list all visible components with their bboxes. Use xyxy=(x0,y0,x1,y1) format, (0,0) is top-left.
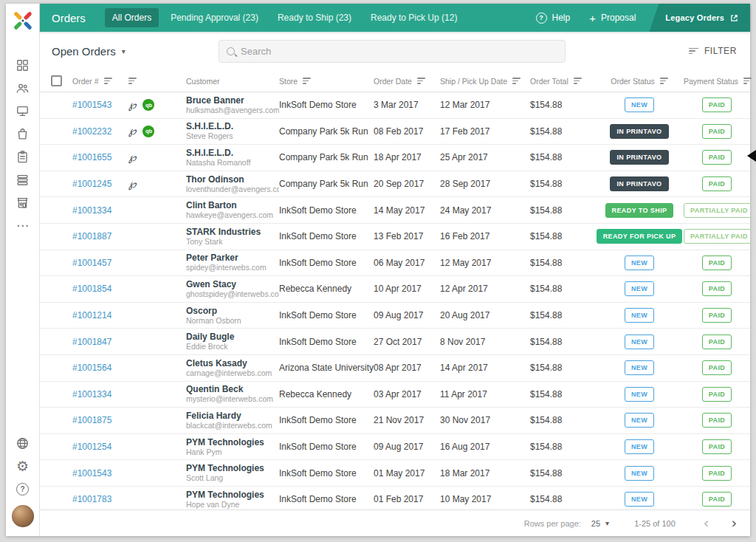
gear-glyph: ⚙ xyxy=(16,459,29,473)
user-avatar[interactable] xyxy=(12,505,34,527)
more-icon[interactable]: ⋯ xyxy=(6,214,40,237)
table-row[interactable]: #1001543 ℘ qb Bruce Banner hulksmash@ave… xyxy=(40,92,750,119)
table-row[interactable]: #1001334 ℘ qb Quentin Beck mysterio@inte… xyxy=(40,382,750,408)
tab-ready-to-pick-up[interactable]: Ready to Pick Up (12) xyxy=(363,8,464,27)
order-number-link[interactable]: #1001334 xyxy=(72,205,128,216)
table-row[interactable]: #1001847 ℘ qb Daily Bugle Eddie Brock In… xyxy=(40,329,750,355)
legacy-orders-button[interactable]: Legacy Orders xyxy=(649,4,750,32)
payment-status-badge: PAID xyxy=(702,124,732,139)
app-logo[interactable] xyxy=(6,4,39,38)
col-order-date[interactable]: Order Date xyxy=(374,77,440,86)
table-row[interactable]: #1001655 ℘ qb S.H.I.E.L.D. Natasha Roman… xyxy=(40,145,750,171)
view-selector-dropdown[interactable]: Open Orders ▾ xyxy=(52,45,219,58)
table-row[interactable]: #1001854 ℘ qb Gwen Stacy ghostspidey@int… xyxy=(40,276,750,303)
payment-status-badge: PAID xyxy=(702,360,732,375)
order-number-link[interactable]: #1001847 xyxy=(72,337,128,347)
chevron-down-icon: ▾ xyxy=(122,47,126,55)
table-row[interactable]: #1001214 ℘ qb Oscorp Norman Osborn InkSo… xyxy=(40,303,750,329)
store-cell: InkSoft Demo Store xyxy=(279,310,374,320)
help-icon[interactable]: ? xyxy=(6,478,40,501)
tasks-clipboard-icon[interactable] xyxy=(6,145,40,168)
new-proposal-button[interactable]: + Proposal xyxy=(589,13,636,24)
customer-cell: Thor Odinson loventhunder@avengers.com xyxy=(186,174,279,194)
paypal-icon: ℘ xyxy=(128,179,136,190)
shop-bag-icon[interactable] xyxy=(6,123,40,145)
store-cell: Rebecca Kennedy xyxy=(279,389,374,399)
customer-cell: PYM Technologies Hank Pym xyxy=(186,437,279,457)
customer-name: STARK Industries xyxy=(186,227,279,237)
table-row[interactable]: #1001887 ℘ qb STARK Industries Tony Star… xyxy=(40,224,750,250)
customer-subtext: carnage@interwebs.com xyxy=(186,368,279,378)
table-row[interactable]: #1001254 ℘ qb PYM Technologies Hank Pym … xyxy=(40,434,750,461)
col-order-total[interactable]: Order Total xyxy=(530,77,595,86)
integration-icons: ℘ qb xyxy=(128,362,186,374)
order-number-link[interactable]: #1001564 xyxy=(72,363,128,373)
customer-cell: Oscorp Norman Osborn xyxy=(186,306,279,326)
search-bar[interactable] xyxy=(219,40,566,63)
storefront-icon[interactable] xyxy=(6,191,40,214)
filter-button[interactable]: FILTER xyxy=(689,46,737,56)
globe-icon[interactable] xyxy=(6,432,40,455)
queue-icon[interactable] xyxy=(6,168,40,191)
col-order-number[interactable]: Order # xyxy=(72,77,128,86)
order-status-badge: NEW xyxy=(625,439,654,454)
col-ship-date[interactable]: Ship / Pick Up Date xyxy=(440,77,530,86)
help-button[interactable]: ? Help xyxy=(536,13,571,24)
dashboard-icon[interactable] xyxy=(6,54,40,77)
order-number-link[interactable]: #1001214 xyxy=(72,310,128,320)
order-number-link[interactable]: #1001334 xyxy=(72,389,128,399)
col-payment-status[interactable]: Payment Status xyxy=(684,77,756,86)
paypal-icon: ℘ xyxy=(128,152,136,163)
order-number-link[interactable]: #1001457 xyxy=(72,258,128,268)
select-all-checkbox[interactable] xyxy=(51,75,62,86)
order-number-link[interactable]: #1001655 xyxy=(72,152,128,162)
col-customer[interactable]: Customer xyxy=(186,77,279,86)
table-row[interactable]: #1001245 ℘ qb Thor Odinson loventhunder@… xyxy=(40,171,750,198)
order-status-badge: READY FOR PICK UP xyxy=(597,229,683,244)
order-number-link[interactable]: #1001543 xyxy=(72,468,128,478)
previous-page-button[interactable]: ‹ xyxy=(701,516,712,530)
customer-subtext: Natasha Romanoff xyxy=(186,158,279,168)
order-number-link[interactable]: #1001783 xyxy=(72,494,128,504)
customer-subtext: blackcat@interwebs.com xyxy=(186,421,279,430)
tab-all-orders[interactable]: All Orders xyxy=(105,8,159,27)
order-number-link[interactable]: #1002232 xyxy=(72,126,128,137)
order-status-badge: IN PRINTAVO xyxy=(610,124,668,139)
order-status-badge: NEW xyxy=(625,413,654,428)
order-number-link[interactable]: #1001854 xyxy=(72,284,128,294)
order-total-cell: $154.88 xyxy=(530,468,595,478)
order-number-link[interactable]: #1001875 xyxy=(72,415,128,425)
store-cell: InkSoft Demo Store xyxy=(279,415,374,425)
ship-date-cell: 16 Feb 2017 xyxy=(440,231,530,241)
col-order-status[interactable]: Order Status xyxy=(595,77,684,86)
search-input[interactable] xyxy=(241,46,557,57)
table-row[interactable]: #1001457 ℘ qb Peter Parker spidey@interw… xyxy=(40,250,750,277)
devices-icon[interactable] xyxy=(6,100,40,123)
order-number-link[interactable]: #1001254 xyxy=(72,442,128,452)
table-row[interactable]: #1001875 ℘ qb Felicia Hardy blackcat@int… xyxy=(40,408,750,434)
order-number-link[interactable]: #1001245 xyxy=(72,179,128,189)
table-row[interactable]: #1002232 ℘ qb S.H.I.E.L.D. Steve Rogers … xyxy=(40,119,750,145)
customer-subtext: loventhunder@avengers.com xyxy=(186,185,279,194)
col-store[interactable]: Store xyxy=(279,77,374,86)
order-status-badge: IN PRINTAVO xyxy=(610,150,668,165)
table-row[interactable]: #1001543 ℘ qb PYM Technologies Scott Lan… xyxy=(40,460,750,487)
topbar: Orders All Orders Pending Approval (23) … xyxy=(40,4,750,32)
tab-ready-to-ship[interactable]: Ready to Ship (23) xyxy=(270,8,359,27)
order-total-cell: $154.88 xyxy=(530,442,595,452)
settings-gear-icon[interactable]: ⚙ xyxy=(6,455,40,478)
order-date-cell: 18 Apr 2017 xyxy=(374,152,440,162)
next-page-button[interactable]: › xyxy=(728,516,740,530)
order-total-cell: $154.88 xyxy=(530,310,595,320)
col-integrations[interactable] xyxy=(128,78,186,84)
table-row[interactable]: #1001564 ℘ qb Cletus Kasady carnage@inte… xyxy=(40,355,750,382)
table-row[interactable]: #1001334 ℘ qb Clint Barton hawkeye@aveng… xyxy=(40,197,750,224)
order-number-link[interactable]: #1001543 xyxy=(72,100,128,110)
tab-pending-approval[interactable]: Pending Approval (23) xyxy=(163,8,266,27)
rows-per-page-select[interactable]: 25 ▾ xyxy=(591,519,609,528)
table-row[interactable]: #1001783 ℘ qb PYM Technologies Hope van … xyxy=(40,487,750,510)
contacts-icon[interactable] xyxy=(6,77,40,100)
integration-icons: ℘ qb xyxy=(128,493,186,505)
order-number-link[interactable]: #1001887 xyxy=(72,231,128,241)
order-date-cell: 27 Oct 2017 xyxy=(374,337,440,347)
